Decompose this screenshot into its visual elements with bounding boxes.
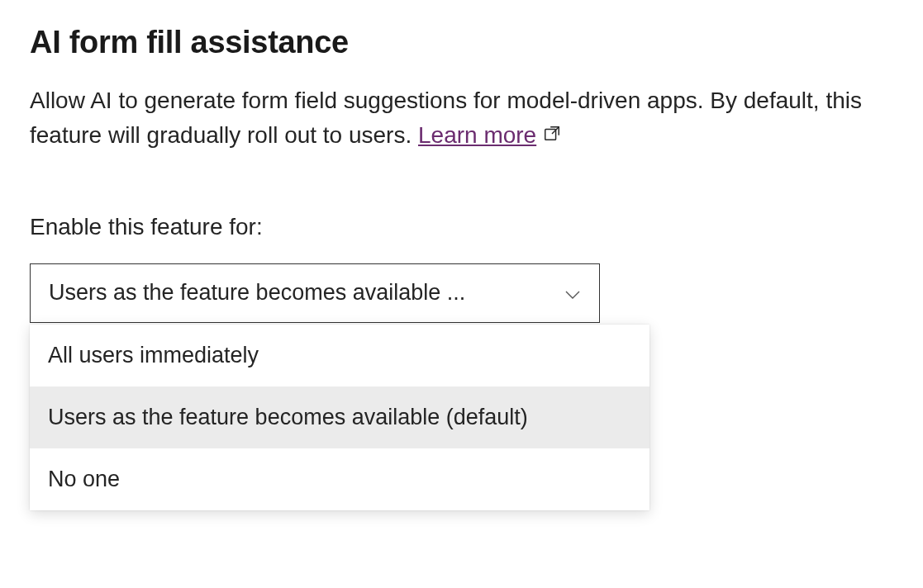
section-description: Allow AI to generate form field suggesti… — [30, 83, 889, 154]
option-all-users[interactable]: All users immediately — [30, 325, 649, 386]
feature-select-value: Users as the feature becomes available .… — [49, 280, 550, 306]
section-heading: AI form fill assistance — [30, 25, 893, 60]
chevron-down-icon — [564, 280, 581, 306]
feature-enable-label: Enable this feature for: — [30, 214, 893, 240]
feature-select-dropdown: All users immediately Users as the featu… — [30, 325, 649, 510]
feature-select-wrapper: Users as the feature becomes available .… — [30, 263, 600, 323]
option-no-one[interactable]: No one — [30, 448, 649, 510]
external-link-icon — [543, 118, 561, 153]
option-users-as-available[interactable]: Users as the feature becomes available (… — [30, 386, 649, 448]
learn-more-link[interactable]: Learn more — [418, 122, 536, 148]
feature-select[interactable]: Users as the feature becomes available .… — [30, 263, 600, 323]
